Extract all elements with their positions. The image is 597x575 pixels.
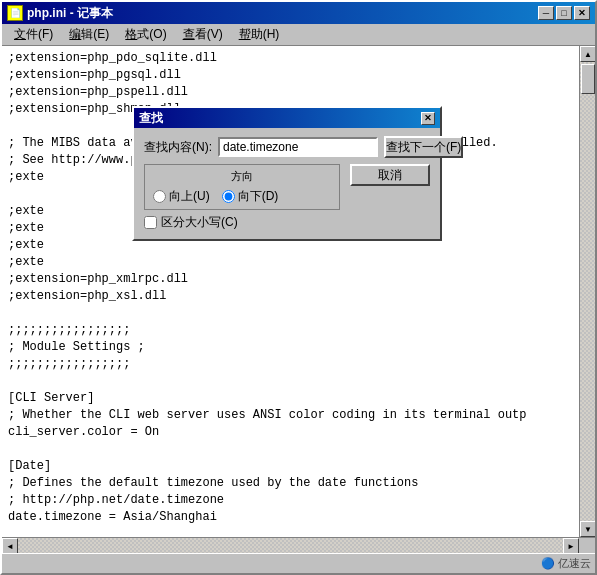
text-line xyxy=(8,441,573,458)
text-line xyxy=(8,305,573,322)
scroll-left-button[interactable]: ◄ xyxy=(2,538,18,554)
text-line: ;extension=php_pspell.dll xyxy=(8,84,573,101)
menu-help[interactable]: 帮助(H) xyxy=(231,24,288,45)
menu-file[interactable]: 文件(F) xyxy=(6,24,61,45)
app-icon: 📄 xyxy=(7,5,23,21)
find-row: 查找内容(N): 查找下一个(F) xyxy=(144,136,430,158)
scroll-thumb[interactable] xyxy=(581,64,595,94)
text-line xyxy=(8,526,573,537)
dialog-left: 方向 向上(U) 向下(D) xyxy=(144,164,340,231)
find-input[interactable] xyxy=(218,137,378,157)
status-bar: 🔵 亿速云 xyxy=(2,553,595,573)
radio-row: 向上(U) 向下(D) xyxy=(153,188,331,205)
dialog-section: 方向 向上(U) 向下(D) xyxy=(144,164,430,231)
text-line: [Date] xyxy=(8,458,573,475)
text-line: ;exte xyxy=(8,254,573,271)
up-label: 向上(U) xyxy=(169,188,210,205)
up-radio[interactable] xyxy=(153,190,166,203)
menu-bar: 文件(F) 编辑(E) 格式(O) 查看(V) 帮助(H) xyxy=(2,24,595,46)
dialog-close-button[interactable]: ✕ xyxy=(421,112,435,125)
text-line: ;extension=php_pgsql.dll xyxy=(8,67,573,84)
window-title: php.ini - 记事本 xyxy=(27,5,113,22)
text-line: ;;;;;;;;;;;;;;;;; xyxy=(8,356,573,373)
dialog-title-text: 查找 xyxy=(139,110,163,127)
watermark: 🔵 亿速云 xyxy=(541,556,591,571)
text-line: ;;;;;;;;;;;;;;;;; xyxy=(8,322,573,339)
maximize-button[interactable]: □ xyxy=(556,6,572,20)
down-label: 向下(D) xyxy=(238,188,279,205)
dialog-title-bar: 查找 ✕ xyxy=(134,108,440,128)
text-line: ; http://php.net/date.timezone xyxy=(8,492,573,509)
text-line xyxy=(8,373,573,390)
up-radio-label[interactable]: 向上(U) xyxy=(153,188,210,205)
scroll-up-button[interactable]: ▲ xyxy=(580,46,595,62)
watermark-icon: 🔵 xyxy=(541,557,555,570)
down-radio[interactable] xyxy=(222,190,235,203)
text-line: ;extension=php_xsl.dll xyxy=(8,288,573,305)
scrollbar-corner xyxy=(579,538,595,554)
scroll-track[interactable] xyxy=(580,62,595,521)
text-line: cli_server.color = On xyxy=(8,424,573,441)
case-checkbox[interactable] xyxy=(144,216,157,229)
dialog-right: 取消 xyxy=(350,164,430,231)
find-dialog: 查找 ✕ 查找内容(N): 查找下一个(F) 方向 xyxy=(132,106,442,241)
main-window: 📄 php.ini - 记事本 ─ □ ✕ 文件(F) 编辑(E) 格式(O) … xyxy=(0,0,597,575)
scroll-h-track[interactable] xyxy=(18,538,563,553)
case-label[interactable]: 区分大小写(C) xyxy=(161,214,238,231)
title-bar: 📄 php.ini - 记事本 ─ □ ✕ xyxy=(2,2,595,24)
direction-title: 方向 xyxy=(153,169,331,184)
dialog-body: 查找内容(N): 查找下一个(F) 方向 向上(U) xyxy=(134,128,440,239)
menu-edit[interactable]: 编辑(E) xyxy=(61,24,117,45)
title-buttons: ─ □ ✕ xyxy=(538,6,590,20)
menu-format[interactable]: 格式(O) xyxy=(117,24,174,45)
horizontal-scrollbar-container: ◄ ► xyxy=(2,537,595,553)
down-radio-label[interactable]: 向下(D) xyxy=(222,188,279,205)
title-bar-left: 📄 php.ini - 记事本 xyxy=(7,5,113,22)
text-line: ; Whether the CLI web server uses ANSI c… xyxy=(8,407,573,424)
text-line: ;extension=php_pdo_sqlite.dll xyxy=(8,50,573,67)
direction-group: 方向 向上(U) 向下(D) xyxy=(144,164,340,210)
text-line: ; Module Settings ; xyxy=(8,339,573,356)
vertical-scrollbar[interactable]: ▲ ▼ xyxy=(579,46,595,537)
scroll-down-button[interactable]: ▼ xyxy=(580,521,595,537)
scroll-right-button[interactable]: ► xyxy=(563,538,579,554)
menu-view[interactable]: 查看(V) xyxy=(175,24,231,45)
text-line: ; Defines the default timezone used by t… xyxy=(8,475,573,492)
cancel-button[interactable]: 取消 xyxy=(350,164,430,186)
case-row: 区分大小写(C) xyxy=(144,214,340,231)
find-label: 查找内容(N): xyxy=(144,139,212,156)
watermark-text: 亿速云 xyxy=(558,556,591,571)
content-area: ;extension=php_pdo_sqlite.dll ;extension… xyxy=(2,46,595,537)
find-next-button[interactable]: 查找下一个(F) xyxy=(384,136,463,158)
horizontal-scrollbar[interactable]: ◄ ► xyxy=(2,538,579,553)
text-line: date.timezone = Asia/Shanghai xyxy=(8,509,573,526)
close-button[interactable]: ✕ xyxy=(574,6,590,20)
text-line: [CLI Server] xyxy=(8,390,573,407)
text-line: ;extension=php_xmlrpc.dll xyxy=(8,271,573,288)
minimize-button[interactable]: ─ xyxy=(538,6,554,20)
